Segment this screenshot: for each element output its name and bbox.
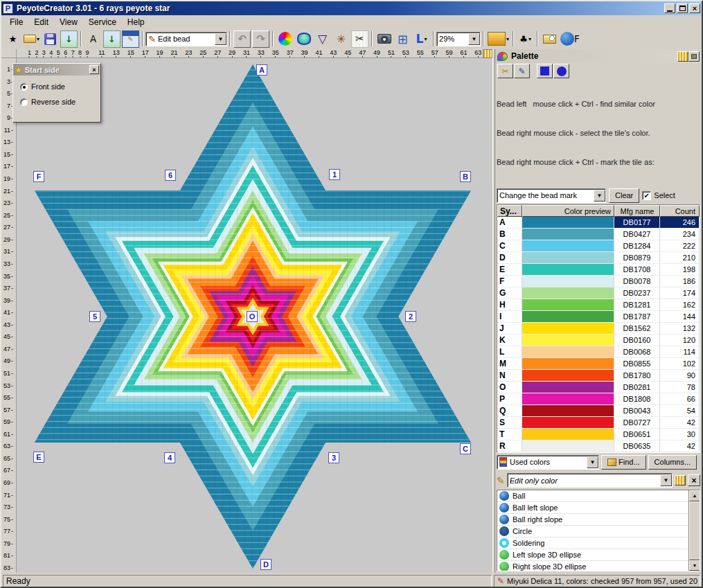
start-side-option-2[interactable]: Reverse side [20, 98, 100, 106]
search-folder-button[interactable] [541, 30, 558, 48]
color-row-S[interactable]: SDB072742 [497, 417, 700, 429]
scroll-thumb[interactable] [689, 501, 700, 560]
chevron-down-icon[interactable]: ▼ [660, 474, 672, 486]
color-preview-cell[interactable] [522, 287, 614, 299]
color-preview-cell[interactable] [522, 323, 614, 335]
color-preview-cell[interactable] [522, 252, 614, 264]
color-preview-cell[interactable] [522, 299, 614, 311]
color-row-M[interactable]: MDB0855102 [497, 358, 700, 370]
color-row-B[interactable]: BDB0427234 [497, 229, 700, 240]
eoc-dock-button[interactable] [675, 475, 686, 485]
menu-item-file[interactable]: File [4, 17, 28, 28]
new-wizard-button[interactable]: ★ [4, 30, 21, 48]
eoc-close-button[interactable]: × [688, 474, 700, 486]
bead-canvas[interactable]: AF61B5O2E43CD [17, 58, 492, 573]
square-bead-button[interactable] [537, 64, 553, 78]
color-preview-cell[interactable] [522, 264, 614, 276]
select-checkbox[interactable]: ✔ [642, 191, 651, 200]
radio-selected-icon[interactable] [20, 83, 28, 91]
bead-shape-item[interactable]: Soldering [497, 537, 688, 549]
color-row-G[interactable]: GDB0237174 [497, 287, 700, 299]
club-tool-button[interactable]: ♣▾ [517, 30, 534, 48]
column-header-sy[interactable]: Sy... [497, 205, 522, 217]
color-preview-cell[interactable] [522, 240, 614, 252]
color-row-O[interactable]: ODB028178 [497, 382, 700, 393]
brush-tool-button[interactable]: ✂ [497, 64, 513, 78]
window-pin-button[interactable]: ✎ [122, 30, 139, 48]
color-preview-cell[interactable] [522, 429, 614, 440]
chevron-down-icon[interactable]: ▼ [468, 33, 480, 45]
color-preview-cell[interactable] [522, 393, 614, 405]
color-row-L[interactable]: LDB0068114 [497, 346, 700, 358]
minimize-button[interactable] [664, 3, 675, 13]
maximize-button[interactable] [677, 3, 688, 13]
bead-mark-combo[interactable]: Change the bead mark ▼ [497, 188, 606, 203]
clear-button[interactable]: Clear [609, 188, 639, 203]
color-preview-cell[interactable] [522, 358, 614, 370]
column-header-count[interactable]: Count [660, 205, 700, 217]
chevron-down-icon[interactable]: ▼ [594, 190, 605, 202]
columns-button[interactable]: Columns... [648, 455, 697, 470]
edit-bead-combo[interactable]: ✎Edit bead▼ [145, 32, 227, 46]
bead-shapes-button[interactable] [295, 30, 312, 48]
color-preview-cell[interactable] [522, 335, 614, 346]
menu-item-service[interactable]: Service [83, 17, 122, 28]
cut-grid-button[interactable]: ✂ [351, 30, 368, 48]
find-button[interactable]: Find... [601, 455, 646, 470]
color-row-A[interactable]: ADB0177246 [497, 217, 700, 229]
chevron-down-icon[interactable]: ▼ [587, 456, 598, 468]
color-row-E[interactable]: EDB1708198 [497, 264, 700, 276]
chevron-down-icon[interactable]: ▾ [506, 36, 509, 42]
color-preview-cell[interactable] [522, 276, 614, 287]
circle-bead-button[interactable] [553, 64, 569, 78]
letter-l-button[interactable]: L▾ [413, 30, 430, 48]
palette-float-button[interactable] [688, 51, 700, 62]
redo-button[interactable]: ↷ [252, 30, 269, 48]
export-grid-button[interactable]: ↓ [60, 30, 78, 48]
menu-item-edit[interactable]: Edit [28, 17, 54, 28]
color-preview-cell[interactable] [522, 440, 614, 452]
color-row-T[interactable]: TDB065130 [497, 429, 700, 440]
color-preview-cell[interactable] [522, 229, 614, 240]
image-export-button[interactable]: ↓ [103, 30, 121, 48]
pencil-tool-button[interactable]: ✎ [514, 64, 530, 78]
color-row-J[interactable]: JDB1562132 [497, 323, 700, 335]
chevron-down-icon[interactable]: ▾ [528, 36, 531, 42]
bead-shape-item[interactable]: Ball left slope [497, 502, 688, 514]
open-button[interactable]: ▾ [23, 30, 40, 48]
camera-button[interactable] [375, 30, 393, 48]
bead-shape-item[interactable]: Left slope 3D ellipse [497, 549, 688, 561]
color-preview-cell[interactable] [522, 405, 614, 417]
color-row-H[interactable]: HDB1281162 [497, 299, 700, 311]
chevron-down-icon[interactable]: ▾ [424, 36, 427, 42]
palette-header[interactable]: Palette [495, 49, 702, 63]
color-preview-cell[interactable] [522, 382, 614, 393]
save-button[interactable] [42, 30, 59, 48]
color-preview-cell[interactable] [522, 217, 614, 229]
color-row-P[interactable]: PDB180866 [497, 393, 700, 405]
menu-item-help[interactable]: Help [122, 17, 150, 28]
scrollbar[interactable]: ▲ ▼ [688, 490, 700, 571]
ruler-options-button[interactable] [483, 49, 492, 58]
start-side-option-1[interactable]: Front side [20, 82, 100, 91]
color-row-N[interactable]: NDB178090 [497, 370, 700, 382]
color-row-C[interactable]: CDB1284222 [497, 240, 700, 252]
bead-shape-item[interactable]: Right slope 3D ellipse [497, 561, 688, 571]
undo-button[interactable]: ↶ [233, 30, 251, 48]
zoom-combo[interactable]: 29%▼ [436, 32, 481, 46]
color-preview-cell[interactable] [522, 417, 614, 429]
color-filter-combo[interactable]: Used colors ▼ [497, 455, 599, 470]
scroll-down-button[interactable]: ▼ [689, 560, 700, 571]
palette-dock-button[interactable] [677, 51, 688, 62]
layout-button[interactable]: ⊞ [394, 30, 411, 48]
radio-icon[interactable] [20, 98, 28, 106]
forum-button[interactable]: F [560, 30, 580, 48]
column-header-mfg[interactable]: Mfg name [614, 205, 660, 217]
color-row-R[interactable]: RDB063542 [497, 440, 700, 452]
bead-shape-item[interactable]: Circle [497, 526, 688, 537]
color-row-D[interactable]: DDB0879210 [497, 252, 700, 264]
edit-only-color-combo[interactable]: Edit only color ▼ [507, 473, 673, 488]
bead-shape-item[interactable]: Ball [497, 490, 688, 502]
color-row-K[interactable]: KDB0160120 [497, 335, 700, 346]
pdf-export-button[interactable]: A [84, 30, 102, 48]
